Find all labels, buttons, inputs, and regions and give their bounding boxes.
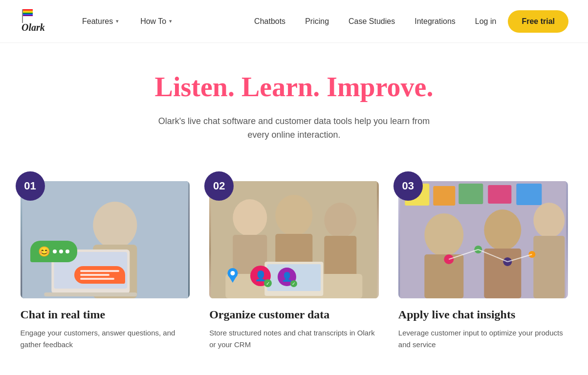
- svg-rect-6: [22, 15, 33, 16]
- card-3-title: Apply live chat insights: [398, 308, 568, 321]
- person-icon-1: 👤 ✓: [250, 266, 271, 286]
- check-badge-2: ✓: [290, 280, 297, 287]
- check-badge-1: ✓: [264, 279, 272, 287]
- nav-login[interactable]: Log in: [467, 0, 504, 43]
- card-1-title: Chat in real time: [21, 308, 190, 321]
- card-3-desc: Leverage customer input to optimize your…: [398, 327, 568, 351]
- hero-subtext: Olark's live chat software and customer …: [157, 114, 431, 143]
- svg-point-29: [231, 271, 235, 275]
- nav-integrations[interactable]: Integrations: [407, 0, 463, 43]
- svg-rect-33: [458, 184, 483, 204]
- svg-rect-34: [488, 185, 511, 204]
- cards-section: 😊 01 Chat in real time Engage your cu: [1, 162, 588, 370]
- nav-howto[interactable]: How To ▾: [130, 0, 183, 43]
- step-badge-3: 03: [393, 171, 423, 201]
- nav-chatbots[interactable]: Chatbots: [246, 0, 293, 43]
- chat-bubble-green: 😊: [30, 241, 77, 262]
- card-2-image: 👤 ✓ 👤 ✓: [209, 181, 379, 298]
- card-2-desc: Store structured notes and chat transcri…: [209, 327, 379, 351]
- logo-link[interactable]: Olark: [20, 5, 52, 38]
- svg-rect-32: [433, 186, 455, 206]
- svg-rect-4: [22, 12, 33, 13]
- nav-pricing[interactable]: Pricing: [297, 0, 337, 43]
- main-nav: Features ▾ How To ▾ Chatbots Pricing Cas…: [71, 0, 568, 43]
- svg-point-22: [325, 203, 357, 238]
- features-chevron-icon: ▾: [116, 18, 119, 24]
- card-1: 😊 01 Chat in real time Engage your cu: [11, 181, 200, 360]
- svg-point-38: [484, 209, 521, 250]
- location-pin-icon: [224, 267, 243, 286]
- svg-rect-7: [22, 9, 23, 23]
- svg-rect-39: [484, 249, 521, 298]
- card-1-image: 😊: [21, 181, 190, 298]
- site-header: Olark Features ▾ How To ▾ Chatbots Prici…: [0, 0, 588, 43]
- nav-case-studies[interactable]: Case Studies: [341, 0, 403, 43]
- svg-rect-5: [22, 14, 33, 15]
- chat-bubble-orange: [74, 266, 125, 284]
- hero-section: Listen. Learn. Improve. Olark's live cha…: [0, 43, 588, 162]
- svg-rect-2: [22, 10, 33, 11]
- svg-rect-35: [516, 184, 542, 205]
- card-1-desc: Engage your customers, answer questions,…: [21, 327, 190, 351]
- howto-chevron-icon: ▾: [169, 18, 172, 24]
- card-2-title: Organize customer data: [209, 308, 379, 321]
- chat-bubbles-overlay: 😊: [30, 241, 125, 284]
- svg-point-20: [276, 195, 313, 236]
- hero-headline: Listen. Learn. Improve.: [20, 72, 568, 103]
- svg-point-18: [233, 199, 267, 236]
- free-trial-button[interactable]: Free trial: [508, 10, 568, 33]
- svg-rect-41: [533, 236, 565, 298]
- person-icon-2: 👤 ✓: [278, 268, 296, 286]
- svg-rect-37: [424, 254, 463, 298]
- card-3-image: [398, 181, 568, 298]
- card-2-overlay: 👤 ✓ 👤 ✓: [224, 266, 296, 286]
- logo-icon: Olark: [20, 5, 52, 38]
- svg-point-40: [533, 203, 565, 238]
- step-badge-1: 01: [16, 171, 45, 201]
- svg-marker-28: [228, 275, 237, 283]
- step-badge-2: 02: [204, 171, 234, 201]
- nav-right: Chatbots Pricing Case Studies Integratio…: [246, 0, 568, 43]
- card-3: 03 Apply live chat insights Leverage cus…: [389, 181, 578, 360]
- card-2: 👤 ✓ 👤 ✓ 02 Organize customer data Store …: [199, 181, 389, 360]
- svg-point-36: [424, 213, 463, 256]
- svg-rect-1: [22, 9, 33, 10]
- svg-rect-3: [22, 11, 33, 12]
- nav-features[interactable]: Features ▾: [71, 0, 130, 43]
- svg-text:Olark: Olark: [22, 22, 45, 33]
- svg-rect-14: [44, 292, 137, 296]
